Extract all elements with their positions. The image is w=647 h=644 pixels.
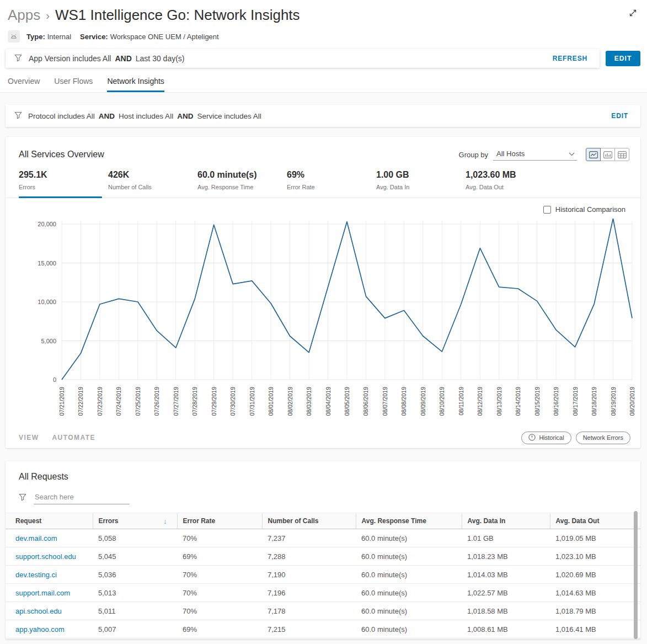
metric-error-rate[interactable]: 69% Error Rate [287, 170, 376, 198]
metric-avg-response-time[interactable]: 60.0 minute(s) Avg. Response Time [197, 170, 287, 198]
cell-error-rate: 70% [177, 602, 262, 620]
cell-avg-response-time: 60.0 minute(s) [356, 620, 462, 638]
request-link[interactable]: dev.mail.com [15, 534, 57, 542]
svg-text:07/27/2019: 07/27/2019 [173, 387, 179, 416]
cell-avg-response-time: 60.0 minute(s) [356, 547, 462, 566]
cell-avg-data-out: 1,014.63 MB [550, 584, 640, 602]
request-link[interactable]: support.school.edu [15, 552, 76, 561]
cell-error-rate: 70% [177, 529, 262, 547]
group-by-value: All Hosts [496, 150, 525, 158]
tab-overview[interactable]: Overview [8, 77, 40, 92]
refresh-button[interactable]: REFRESH [549, 54, 591, 63]
metric-value: 69% [287, 170, 376, 180]
svg-text:07/21/2019: 07/21/2019 [58, 387, 65, 416]
sort-descending-icon: ↓ [163, 517, 173, 525]
metric-value: 60.0 minute(s) [197, 170, 287, 180]
table-row: app.yahoo.com5,00769%7,21560.0 minute(s)… [6, 620, 640, 638]
cell-error-rate: 70% [177, 584, 262, 602]
column-header-avg-data-out[interactable]: Avg. Data Out [550, 513, 640, 529]
breadcrumb: Apps › WS1 Intelligence Go: Network Insi… [8, 6, 638, 24]
line-chart-icon[interactable] [586, 148, 601, 161]
table-row: support.mail.com5,01370%7,19660.0 minute… [6, 584, 640, 602]
svg-text:08/08/2019: 08/08/2019 [400, 387, 407, 416]
edit-filter-button[interactable]: EDIT [606, 51, 640, 66]
group-by-select[interactable]: All Hosts [493, 149, 577, 161]
svg-text:08/19/2019: 08/19/2019 [610, 387, 617, 416]
filter-funnel-icon [19, 493, 26, 503]
svg-text:0: 0 [53, 376, 56, 383]
metric-avg-data-in[interactable]: 1.00 GB Avg. Data In [376, 170, 466, 198]
request-link[interactable]: support.mail.com [15, 589, 70, 597]
cell-request: dev.mail.com [6, 529, 93, 547]
svg-text:08/17/2019: 08/17/2019 [572, 387, 579, 416]
svg-text:08/07/2019: 08/07/2019 [382, 387, 388, 416]
column-header-errors[interactable]: Errors↓ [93, 513, 177, 529]
svg-text:08/11/2019: 08/11/2019 [458, 387, 464, 416]
column-header-error-rate[interactable]: Error Rate [177, 513, 262, 529]
filter-clause: Last 30 day(s) [136, 54, 185, 63]
edit-insights-filter-button[interactable]: EDIT [608, 111, 632, 120]
tab-network-insights[interactable]: Network Insights [107, 77, 164, 92]
expand-icon[interactable] [629, 9, 637, 19]
filter-and: AND [115, 54, 131, 63]
historical-comparison-checkbox[interactable] [543, 206, 551, 214]
cell-avg-data-in: 1.01 GB [462, 529, 550, 547]
column-header-avg-response-time[interactable]: Avg. Response Time [356, 513, 462, 529]
svg-text:15,000: 15,000 [38, 260, 56, 267]
filter-and: AND [99, 112, 115, 120]
table-view-icon[interactable] [614, 148, 629, 161]
svg-text:07/30/2019: 07/30/2019 [229, 387, 236, 416]
cell-number-of-calls: 7,190 [262, 566, 356, 584]
group-by: Group by All Hosts [459, 148, 629, 161]
request-link[interactable]: api.school.edu [15, 607, 62, 615]
svg-text:08/10/2019: 08/10/2019 [439, 387, 445, 416]
svg-text:08/12/2019: 08/12/2019 [477, 387, 483, 416]
cell-avg-data-in: 1,018.58 MB [462, 602, 550, 620]
svg-text:10,000: 10,000 [38, 299, 56, 305]
cell-errors: 5,058 [93, 529, 177, 547]
cell-avg-data-out: 1,023.10 MB [550, 547, 640, 566]
bar-chart-icon[interactable] [600, 148, 615, 161]
cell-avg-data-out: 1,016.41 MB [550, 620, 640, 638]
breadcrumb-apps-link[interactable]: Apps [8, 6, 40, 24]
automate-button[interactable]: AUTOMATE [52, 434, 95, 441]
network-errors-button[interactable]: Network Errors [576, 432, 630, 444]
cell-errors: 5,011 [93, 602, 177, 620]
metric-label: Number of Calls [108, 184, 197, 190]
tab-user-flows[interactable]: User Flows [54, 77, 93, 92]
svg-text:08/16/2019: 08/16/2019 [553, 387, 559, 416]
historical-button[interactable]: Historical [521, 432, 571, 444]
filter-clause: Service includes All [197, 112, 261, 120]
svg-text:07/28/2019: 07/28/2019 [191, 387, 198, 416]
cell-request: api.school.edu [6, 602, 93, 620]
svg-text:07/23/2019: 07/23/2019 [97, 387, 103, 416]
cell-avg-data-in: 1,008.61 MB [462, 620, 550, 638]
chart-type-toggle [586, 148, 629, 161]
svg-text:08/05/2019: 08/05/2019 [344, 387, 350, 416]
filter-clause: Protocol includes All [28, 112, 95, 120]
column-header-number-of-calls[interactable]: Number of Calls [262, 513, 356, 529]
insights-filter-bar: Protocol includes All AND Host includes … [6, 105, 640, 127]
request-link[interactable]: dev.testing.ci [15, 571, 57, 579]
vertical-scrollbar[interactable] [634, 511, 638, 639]
metric-avg-data-out[interactable]: 1,023.60 MB Avg. Data Out [466, 170, 555, 198]
chevron-down-icon [569, 150, 575, 158]
type-label: Type: [26, 33, 45, 41]
filter-clause: Host includes All [119, 112, 173, 120]
cell-request: dev.testing.ci [6, 566, 93, 584]
cell-request: support.mail.com [6, 584, 93, 602]
metric-errors[interactable]: 295.1K Errors [19, 170, 108, 198]
filter-clause: App Version includes All [29, 54, 111, 63]
search-input[interactable] [34, 492, 130, 504]
metric-number-of-calls[interactable]: 426K Number of Calls [108, 170, 197, 198]
main-filter-text: App Version includes All AND Last 30 day… [29, 54, 185, 63]
column-header-avg-data-in[interactable]: Avg. Data In [462, 513, 550, 529]
svg-text:08/04/2019: 08/04/2019 [325, 387, 331, 416]
view-button[interactable]: VIEW [19, 434, 39, 441]
cell-error-rate: 69% [177, 547, 262, 566]
cell-errors: 5,007 [93, 620, 177, 638]
svg-text:07/26/2019: 07/26/2019 [153, 387, 160, 416]
svg-text:07/25/2019: 07/25/2019 [135, 387, 141, 416]
request-link[interactable]: app.yahoo.com [15, 625, 65, 634]
column-header-request[interactable]: Request [6, 513, 93, 529]
